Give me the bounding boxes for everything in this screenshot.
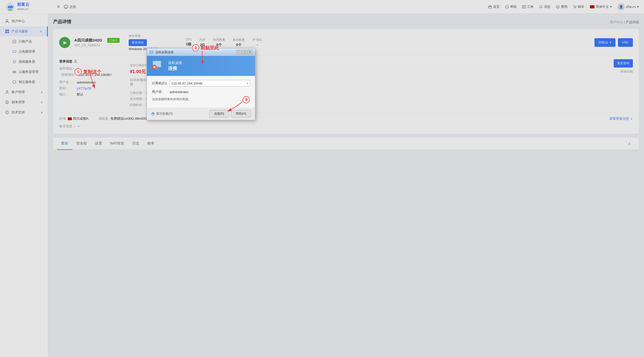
rdp-hint: 当你连接时将向你询问凭据。 xyxy=(152,97,250,101)
step2-arrow xyxy=(200,51,215,71)
dialog-overlay: 远程桌面连接 ─ □ ✕ xyxy=(0,0,644,357)
rdp-titlebar-buttons: ─ □ ✕ xyxy=(236,50,252,54)
rdp-header-line1: 远程桌面 xyxy=(168,61,182,65)
annotation-1: ① 复制这个 xyxy=(75,68,101,75)
rdp-computer-label: 计算机(C): xyxy=(152,81,170,86)
rdp-header-icon xyxy=(151,59,165,72)
svg-line-40 xyxy=(150,53,151,53)
rdp-dropdown-icon: ▾ xyxy=(247,82,248,85)
annotation-2: ② 粘贴至此 xyxy=(192,44,219,51)
rdp-minimize-button[interactable]: ─ xyxy=(236,50,241,54)
annotation-3: ③ xyxy=(243,96,250,103)
rdp-user-label: 用户名: xyxy=(152,90,170,94)
show-options-label: 显示选项(O) xyxy=(156,112,173,116)
step2-circle: ② xyxy=(192,44,199,51)
rdp-show-options[interactable]: ▶ 显示选项(O) xyxy=(151,112,173,116)
step2-text: 粘贴至此 xyxy=(201,45,219,51)
rdp-close-button[interactable]: ✕ xyxy=(247,50,252,54)
svg-line-42 xyxy=(152,53,153,53)
svg-point-39 xyxy=(150,51,151,52)
step1-circle: ① xyxy=(75,68,82,75)
rdp-header-line2: 连接 xyxy=(168,65,182,71)
rdp-computer-input[interactable]: 110.40.67.244:10046 ▾ xyxy=(170,80,250,87)
rdp-computer-row: 计算机(C): 110.40.67.244:10046 ▾ xyxy=(152,80,250,87)
rdp-header-text: 远程桌面 连接 xyxy=(168,61,182,71)
step1-arrow xyxy=(90,73,115,94)
rdp-maximize-button[interactable]: □ xyxy=(242,50,247,54)
step3-arrow xyxy=(235,101,255,121)
rdp-user-value: administrator xyxy=(170,90,189,94)
rdp-computer-value: 110.40.67.244:10046 xyxy=(171,81,245,85)
rdp-user-row: 用户名: administrator xyxy=(152,90,250,94)
svg-text:▶: ▶ xyxy=(152,113,154,115)
rdp-connect-button[interactable]: 连接(N) xyxy=(209,110,229,117)
rdp-title-icon xyxy=(149,50,153,54)
options-icon: ▶ xyxy=(151,112,155,116)
